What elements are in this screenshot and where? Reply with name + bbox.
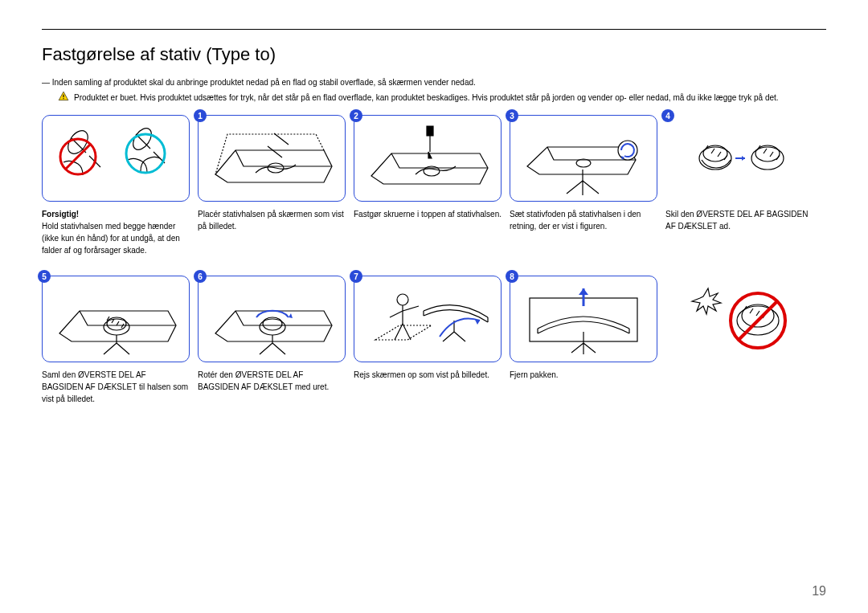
warning-icon — [58, 91, 69, 105]
figure-6: 6 — [198, 276, 346, 362]
illustration-rotate-cover-icon — [203, 279, 340, 359]
step-4: 4 Skil den ØVERSTE DEL AF BAGSIDEN AF DÆ… — [665, 115, 813, 256]
figure-1: 1 — [198, 115, 346, 202]
caption-1: Placér stativhalsen på skærmen som vist … — [198, 208, 346, 240]
step-2: 2 Fastgør skruerne i toppen af stativhal… — [354, 115, 502, 256]
figure-warning-press — [665, 276, 813, 362]
badge-7: 7 — [350, 270, 362, 283]
caption-6: Rotér den ØVERSTE DEL AF BAGSIDEN AF DÆK… — [198, 369, 346, 401]
step-6: 6 Rotér den ØVERSTE DEL AF BAGSIDEN AF D… — [198, 276, 346, 405]
illustration-assemble-cover-icon — [47, 279, 184, 359]
caption-3: Sæt stativfoden på stativhalsen i den re… — [510, 208, 657, 240]
step-1: 1 Placér stativhalsen på skærmen som vis… — [198, 115, 346, 256]
illustration-fasten-screws-icon — [359, 118, 496, 198]
badge-6: 6 — [194, 270, 207, 283]
top-rule — [42, 29, 826, 30]
illustration-remove-box-icon — [515, 279, 652, 359]
page-title: Fastgørelse af stativ (Type to) — [42, 44, 826, 65]
caption-caution-strong: Forsigtig! — [42, 208, 190, 220]
svg-rect-1 — [63, 98, 63, 99]
instruction-grid: Forsigtig! Hold stativhalsen med begge h… — [42, 115, 826, 405]
illustration-hold-neck-icon — [47, 118, 184, 198]
figure-2: 2 — [354, 115, 502, 202]
warning-row: Produktet er buet. Hvis produktet udsætt… — [58, 92, 826, 105]
caption-8: Fjern pakken. — [510, 369, 657, 401]
step-3: 3 Sæt stativfoden på stativhalsen i den … — [510, 115, 657, 256]
step-5: 5 Saml den ØVERSTE DEL AF BAGSIDEN AF DÆ… — [42, 276, 190, 405]
step-warning-press — [665, 276, 813, 405]
caption-5: Saml den ØVERSTE DEL AF BAGSIDEN AF DÆKS… — [42, 369, 190, 405]
figure-7: 7 — [354, 276, 502, 362]
step-caution: Forsigtig! Hold stativhalsen med begge h… — [42, 115, 190, 256]
page-number: 19 — [812, 584, 826, 599]
illustration-attach-base-icon — [515, 118, 652, 198]
figure-4: 4 — [665, 115, 813, 202]
figure-3: 3 — [510, 115, 657, 202]
caption-warning-press — [665, 369, 813, 401]
illustration-place-neck-icon — [203, 118, 340, 198]
svg-point-6 — [126, 134, 165, 173]
svg-line-4 — [65, 144, 91, 170]
step-8: 8 Fjern pakken. — [510, 276, 657, 405]
illustration-no-press-icon — [671, 279, 808, 359]
illustration-raise-monitor-icon — [359, 279, 496, 359]
figure-5: 5 — [42, 276, 190, 362]
badge-2: 2 — [350, 109, 362, 122]
badge-8: 8 — [506, 270, 518, 283]
badge-3: 3 — [506, 109, 518, 122]
badge-4: 4 — [661, 109, 674, 122]
svg-point-11 — [397, 294, 408, 305]
illustration-separate-cover-icon — [671, 118, 808, 198]
step-7: 7 Rejs skærmen op som vist på billedet. — [354, 276, 502, 405]
badge-5: 5 — [38, 270, 51, 283]
caption-2: Fastgør skruerne i toppen af stativhalse… — [354, 208, 502, 240]
intro-text: Inden samling af produktet skal du anbri… — [42, 76, 826, 88]
caption-caution: Forsigtig! Hold stativhalsen med begge h… — [42, 208, 190, 256]
caption-4: Skil den ØVERSTE DEL AF BAGSIDEN AF DÆKS… — [665, 208, 813, 240]
caption-7: Rejs skærmen op som vist på billedet. — [354, 369, 502, 401]
badge-1: 1 — [194, 109, 207, 122]
warning-text: Produktet er buet. Hvis produktet udsætt… — [74, 92, 779, 104]
svg-line-14 — [739, 301, 777, 340]
caption-caution-text: Hold stativhalsen med begge hænder (ikke… — [42, 222, 180, 255]
figure-caution — [42, 115, 190, 202]
svg-rect-0 — [63, 95, 63, 98]
figure-8: 8 — [510, 276, 657, 362]
